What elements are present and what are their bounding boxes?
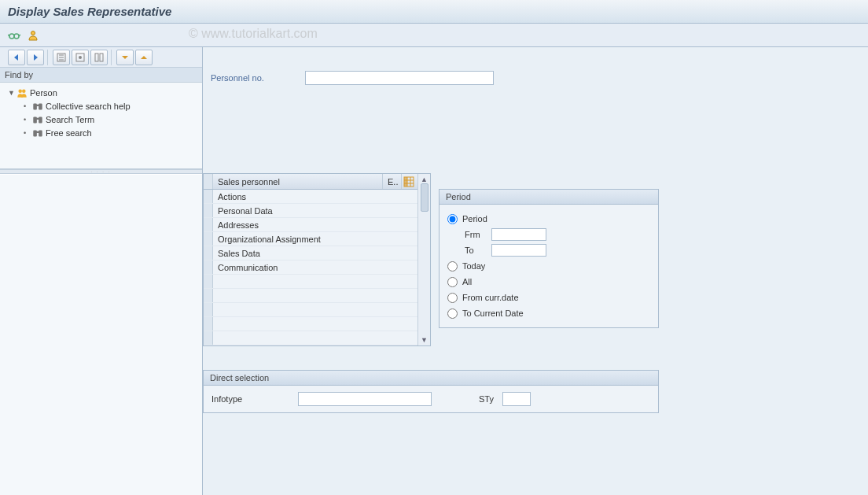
expand-button[interactable] bbox=[116, 50, 134, 65]
grid-corner bbox=[204, 174, 213, 189]
column-config-icon[interactable] bbox=[402, 174, 417, 189]
tree-node-free-search[interactable]: • Free search bbox=[2, 126, 200, 139]
binoculars-icon bbox=[31, 127, 44, 139]
binoculars-icon bbox=[31, 101, 44, 112]
svg-point-2 bbox=[31, 31, 35, 35]
grid-row[interactable]: Actions bbox=[204, 190, 417, 204]
grid-row[interactable]: Personal Data bbox=[204, 204, 417, 218]
period-radio-to-curr[interactable]: To Current Date bbox=[447, 305, 650, 321]
svg-rect-18 bbox=[36, 131, 40, 132]
scroll-up-icon[interactable]: ▲ bbox=[421, 175, 428, 183]
tool-button-1[interactable] bbox=[53, 50, 70, 65]
find-by-header: Find by bbox=[0, 68, 202, 83]
direct-selection-groupbox: Direct selection Infotype STy bbox=[203, 370, 659, 413]
binoculars-icon bbox=[31, 114, 44, 125]
to-input[interactable] bbox=[491, 244, 546, 257]
period-radio-all[interactable]: All bbox=[447, 274, 650, 290]
person-icon[interactable] bbox=[27, 29, 39, 42]
bullet-icon: • bbox=[24, 102, 31, 110]
grid-row-empty bbox=[204, 317, 417, 331]
frm-label: Frm bbox=[465, 230, 491, 239]
find-by-tree: ▼ Person • Collective search help • Sear… bbox=[0, 83, 202, 169]
period-title: Period bbox=[440, 190, 658, 205]
infotype-label: Infotype bbox=[211, 394, 298, 404]
svg-point-5 bbox=[79, 56, 82, 59]
nav-forward-button[interactable] bbox=[27, 50, 44, 65]
radio-label: Today bbox=[462, 261, 485, 271]
period-radio-from-curr[interactable]: From curr.date bbox=[447, 290, 650, 305]
tree-node-person[interactable]: ▼ Person bbox=[2, 86, 200, 99]
scroll-thumb[interactable] bbox=[421, 183, 428, 212]
grid-header-main[interactable]: Sales personnel bbox=[213, 174, 383, 189]
radio-label: Period bbox=[462, 214, 487, 223]
grid-scrollbar[interactable]: ▲ ▼ bbox=[417, 174, 430, 345]
grid-rows: Actions Personal Data Addresses Organiza… bbox=[204, 190, 417, 345]
period-range: Frm To bbox=[447, 227, 650, 258]
grid-row-empty bbox=[204, 303, 417, 317]
svg-point-8 bbox=[18, 89, 22, 93]
svg-rect-20 bbox=[404, 177, 407, 187]
nav-back-button[interactable] bbox=[8, 50, 25, 65]
svg-rect-12 bbox=[36, 104, 40, 105]
sty-input[interactable] bbox=[502, 392, 531, 406]
sidebar: Find by ▼ Person • Collective search hel… bbox=[0, 47, 203, 495]
tree-label: Collective search help bbox=[46, 102, 131, 111]
tree-label: Person bbox=[30, 88, 57, 98]
radio-label: From curr.date bbox=[462, 293, 519, 302]
to-label: To bbox=[465, 246, 491, 255]
content-area: Personnel no. Sales personnel E.. Action… bbox=[203, 47, 868, 495]
tree-node-search-term[interactable]: • Search Term bbox=[2, 113, 200, 126]
grid-row[interactable]: Organizational Assignment bbox=[204, 232, 417, 246]
tree-node-collective-search[interactable]: • Collective search help bbox=[2, 99, 200, 113]
svg-point-9 bbox=[22, 89, 26, 93]
bullet-icon: • bbox=[24, 116, 31, 124]
scroll-down-icon[interactable]: ▼ bbox=[421, 336, 428, 344]
personnel-no-input[interactable] bbox=[305, 71, 494, 85]
all-radio-input[interactable] bbox=[447, 277, 458, 287]
main-toolbar: © www.tutorialkart.com bbox=[0, 24, 868, 47]
period-radio-input[interactable] bbox=[447, 214, 458, 224]
period-groupbox: Period Period Frm To bbox=[439, 189, 659, 328]
personnel-row: Personnel no. bbox=[211, 71, 860, 85]
radio-label: To Current Date bbox=[462, 308, 524, 318]
tool-button-3[interactable] bbox=[90, 50, 108, 65]
grid-row-empty bbox=[204, 331, 417, 345]
personnel-no-label: Personnel no. bbox=[211, 73, 305, 83]
svg-rect-15 bbox=[36, 117, 40, 119]
period-radio-today[interactable]: Today bbox=[447, 258, 650, 274]
grid-row-empty bbox=[204, 275, 417, 289]
tree-label: Free search bbox=[46, 128, 92, 138]
page-title: Display Sales Representative bbox=[8, 5, 171, 18]
svg-rect-6 bbox=[95, 54, 98, 61]
svg-rect-7 bbox=[100, 54, 103, 61]
infotype-grid: Sales personnel E.. Actions Personal Dat… bbox=[203, 173, 431, 346]
today-radio-input[interactable] bbox=[447, 261, 458, 272]
glasses-icon[interactable] bbox=[8, 29, 20, 42]
infotype-grid-area: Sales personnel E.. Actions Personal Dat… bbox=[203, 173, 431, 346]
grid-row[interactable]: Addresses bbox=[204, 218, 417, 232]
grid-header-e[interactable]: E.. bbox=[383, 174, 402, 189]
grid-header: Sales personnel E.. bbox=[204, 174, 417, 190]
person-group-icon bbox=[16, 87, 28, 98]
grid-row[interactable]: Communication bbox=[204, 260, 417, 275]
svg-point-0 bbox=[9, 34, 14, 39]
bullet-icon: • bbox=[24, 129, 31, 137]
titlebar: Display Sales Representative bbox=[0, 0, 868, 24]
to-curr-radio-input[interactable] bbox=[447, 308, 458, 319]
watermark-text: © www.tutorialkart.com bbox=[189, 27, 318, 41]
direct-title: Direct selection bbox=[204, 371, 658, 386]
tree-label: Search Term bbox=[46, 115, 94, 124]
grid-row[interactable]: Sales Data bbox=[204, 246, 417, 260]
sidebar-toolbar bbox=[0, 47, 202, 68]
period-radio-period[interactable]: Period bbox=[447, 211, 650, 227]
sty-label: STy bbox=[479, 394, 502, 404]
expand-arrow-icon[interactable]: ▼ bbox=[8, 89, 16, 97]
collapse-button[interactable] bbox=[135, 50, 153, 65]
from-curr-radio-input[interactable] bbox=[447, 293, 458, 303]
grid-row-empty bbox=[204, 289, 417, 303]
infotype-input[interactable] bbox=[298, 392, 432, 406]
main-layout: Find by ▼ Person • Collective search hel… bbox=[0, 47, 868, 495]
tool-button-2[interactable] bbox=[72, 50, 89, 65]
svg-point-1 bbox=[14, 34, 19, 39]
frm-input[interactable] bbox=[491, 228, 546, 241]
